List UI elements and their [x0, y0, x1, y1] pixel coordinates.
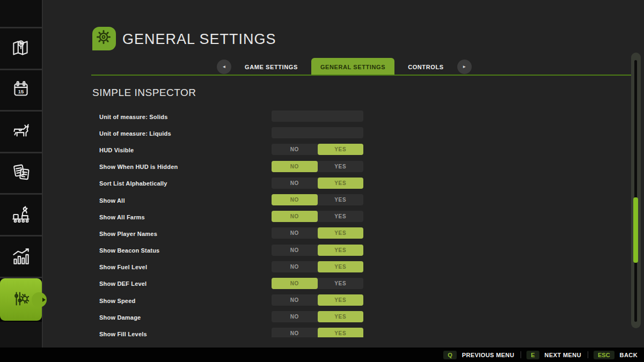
- key-e-badge: E: [526, 351, 539, 359]
- production-icon: [10, 203, 32, 227]
- toggle-no-option[interactable]: [272, 127, 318, 138]
- toggle-no-option[interactable]: NO: [272, 161, 318, 172]
- toggle-yes-option[interactable]: YES: [318, 227, 364, 239]
- settings-row: Show Fuel Level NO YES: [99, 259, 363, 276]
- settings-row: HUD Visible NO YES: [99, 142, 363, 158]
- arrow-right-icon: ►: [462, 64, 466, 69]
- section-title: SIMPLE INSPECTOR: [92, 87, 196, 99]
- setting-toggle[interactable]: NO YES: [272, 161, 363, 172]
- sidebar-item-statistics[interactable]: [0, 237, 42, 277]
- sidebar-item-animals[interactable]: [0, 112, 42, 152]
- settings-row: Unit of measure: Liquids ◄ VOLUME UNIT |…: [99, 125, 363, 142]
- documents-icon: [10, 161, 32, 186]
- settings-row: Show DEF Level NO YES: [99, 276, 363, 292]
- svg-text:15: 15: [18, 88, 24, 94]
- scrollbar-thumb[interactable]: [633, 197, 638, 263]
- tab-underline: [91, 75, 633, 76]
- cow-icon: [10, 120, 32, 144]
- tabs-next-button[interactable]: ►: [457, 60, 472, 74]
- setting-label: Show Speed: [99, 298, 135, 304]
- setting-label: Show All: [99, 197, 125, 204]
- settings-row: Show Beacon Status NO YES: [99, 242, 363, 259]
- tab-game-settings[interactable]: GAME SETTINGS: [241, 64, 301, 70]
- toggle-no-option[interactable]: [272, 110, 318, 122]
- toggle-yes-option[interactable]: YES: [318, 194, 364, 205]
- toggle-yes-option[interactable]: YES: [318, 178, 364, 189]
- toggle-yes-option[interactable]: YES: [318, 245, 364, 256]
- setting-toggle[interactable]: NO YES: [272, 294, 363, 306]
- setting-toggle[interactable]: NO YES: [272, 178, 363, 189]
- sidebar-item-settings[interactable]: [0, 278, 42, 321]
- settings-row: Show All NO YES: [99, 192, 363, 209]
- setting-toggle[interactable]: NO YES: [272, 227, 363, 239]
- setting-toggle[interactable]: NO YES: [272, 144, 363, 155]
- toggle-yes-option[interactable]: YES: [318, 211, 364, 222]
- tab-general-settings[interactable]: GENERAL SETTINGS: [311, 58, 394, 76]
- toggle-no-option[interactable]: NO: [272, 211, 318, 222]
- settings-row: Show When HUD is Hidden NO YES: [99, 159, 363, 175]
- tab-controls[interactable]: CONTROLS: [405, 64, 447, 70]
- settings-row: Show Damage NO YES: [99, 309, 363, 326]
- setting-label: Show When HUD is Hidden: [99, 164, 178, 170]
- arrow-left-icon: ◄: [222, 64, 226, 69]
- page-title: GENERAL SETTINGS: [122, 31, 276, 48]
- toggle-yes-option[interactable]: YES: [318, 311, 364, 322]
- toggle-yes-option[interactable]: YES: [318, 328, 364, 337]
- setting-toggle[interactable]: NO YES: [272, 261, 363, 272]
- setting-toggle[interactable]: NO YES: [272, 194, 363, 205]
- toggle-no-option[interactable]: NO: [272, 294, 318, 306]
- chevron-right-icon: [42, 298, 46, 302]
- toggle-no-option[interactable]: NO: [272, 194, 318, 205]
- toggle-no-option[interactable]: NO: [272, 245, 318, 256]
- sidebar-item-finances[interactable]: [0, 153, 42, 193]
- setting-toggle[interactable]: NO YES: [272, 311, 363, 322]
- settings-row: Show All Farms NO YES: [99, 209, 363, 225]
- setting-label: Sort List Alphabetically: [99, 180, 167, 187]
- setting-label: Show Fill Levels: [99, 331, 147, 337]
- settings-row: Show Fill Levels NO YES: [99, 326, 363, 337]
- sidebar: 15: [0, 0, 43, 348]
- toggle-yes-option[interactable]: YES: [318, 278, 364, 289]
- toggle-no-option[interactable]: NO: [272, 278, 318, 289]
- setting-toggle[interactable]: [272, 127, 363, 138]
- sidebar-item-blank: [0, 0, 42, 27]
- sidebar-item-calendar[interactable]: 15: [0, 70, 42, 110]
- toggle-no-option[interactable]: NO: [272, 311, 318, 322]
- toggle-no-option[interactable]: NO: [272, 178, 318, 189]
- toggle-yes-option[interactable]: YES: [318, 144, 364, 155]
- setting-toggle[interactable]: NO YES: [272, 278, 363, 289]
- setting-label: Unit of measure: Solids: [99, 114, 167, 120]
- tab-bar: ◄ GAME SETTINGS GENERAL SETTINGS CONTROL…: [217, 58, 472, 76]
- key-esc-badge: ESC: [594, 351, 614, 359]
- toggle-yes-option[interactable]: YES: [318, 294, 364, 306]
- toggle-no-option[interactable]: NO: [272, 328, 318, 337]
- toggle-no-option[interactable]: NO: [272, 144, 318, 155]
- toggle-no-option[interactable]: NO: [272, 261, 318, 272]
- sidebar-filler: [0, 322, 42, 348]
- setting-toggle[interactable]: NO YES: [272, 211, 363, 222]
- statistics-icon: [10, 245, 32, 269]
- setting-label: HUD Visible: [99, 147, 134, 153]
- setting-toggle[interactable]: NO YES: [272, 328, 363, 337]
- next-menu-label: NEXT MENU: [545, 352, 581, 358]
- sidebar-item-production[interactable]: [0, 195, 42, 235]
- setting-label: Show DEF Level: [99, 280, 147, 287]
- sidebar-item-map[interactable]: [0, 28, 42, 69]
- setting-toggle[interactable]: [272, 110, 363, 122]
- toggle-no-option[interactable]: NO: [272, 227, 318, 239]
- toggle-yes-option[interactable]: [318, 110, 364, 122]
- back-label: BACK: [620, 352, 638, 358]
- page-icon-badge: [92, 27, 116, 50]
- settings-list: Unit of measure: Solids ◄ VOLUME UNIT | …: [99, 108, 363, 337]
- toggle-yes-option[interactable]: YES: [318, 161, 364, 172]
- settings-row: Unit of measure: Solids ◄ VOLUME UNIT | …: [99, 108, 363, 125]
- toggle-yes-option[interactable]: [318, 127, 364, 138]
- tabs-prev-button[interactable]: ◄: [217, 60, 231, 74]
- setting-label: Show Beacon Status: [99, 247, 159, 254]
- calendar-icon: 15: [10, 78, 32, 102]
- setting-label: Show Fuel Level: [99, 264, 147, 270]
- gear-icon: [95, 28, 113, 49]
- divider: [521, 351, 521, 358]
- toggle-yes-option[interactable]: YES: [318, 261, 364, 272]
- setting-toggle[interactable]: NO YES: [272, 245, 363, 256]
